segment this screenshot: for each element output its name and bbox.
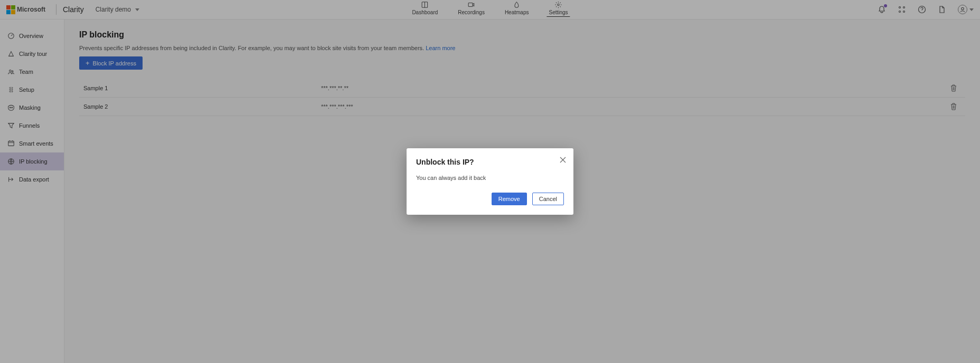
- dialog-title: Unblock this IP?: [416, 158, 564, 166]
- unblock-dialog: Unblock this IP? You can always add it b…: [407, 148, 573, 215]
- close-icon: [560, 157, 566, 163]
- dialog-actions: Remove Cancel: [416, 193, 564, 205]
- modal-overlay: Unblock this IP? You can always add it b…: [0, 0, 980, 363]
- cancel-button[interactable]: Cancel: [532, 193, 564, 205]
- dialog-close-button[interactable]: [560, 157, 566, 163]
- dialog-body: You can always add it back: [416, 175, 564, 181]
- remove-button[interactable]: Remove: [492, 193, 527, 205]
